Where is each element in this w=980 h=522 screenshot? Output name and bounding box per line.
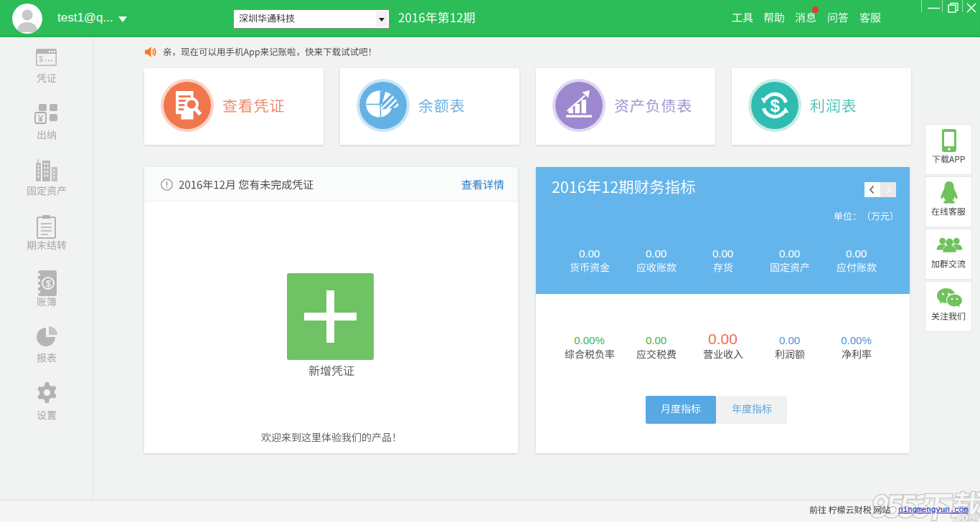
svg-text:$: $: [771, 96, 781, 115]
svg-text:$: $: [46, 278, 52, 289]
svg-text:$: $: [39, 54, 43, 63]
